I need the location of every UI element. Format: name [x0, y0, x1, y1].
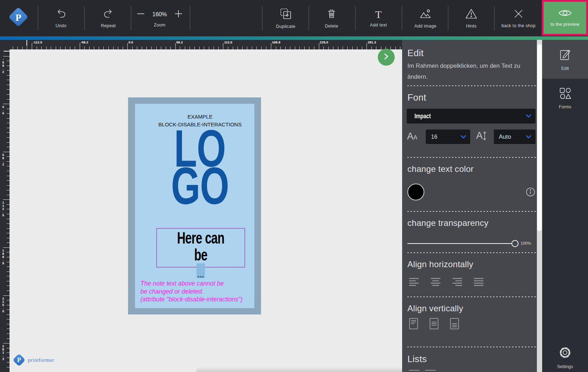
ruler-tick [304, 47, 305, 49]
ruler-tick [314, 47, 314, 49]
ruler-tick [7, 89, 10, 90]
ruler-tick [7, 223, 10, 224]
ruler-tick [390, 47, 391, 49]
undo-button[interactable]: Undo [43, 0, 79, 36]
ruler-tick [7, 257, 10, 257]
zoom-out-button[interactable] [136, 9, 145, 20]
info-icon[interactable] [526, 187, 535, 198]
ruler-tick [123, 47, 123, 49]
poster-page[interactable]: EXAMPLE BLOCK-DISABLE-INTERACTIONS LO GO… [135, 104, 254, 308]
chevron-down-icon [526, 113, 531, 119]
hints-button[interactable]: Hints [454, 0, 489, 36]
ruler-tick [7, 109, 10, 109]
add-image-button[interactable]: Add image [408, 0, 443, 36]
ruler-tick [266, 47, 266, 49]
delete-button[interactable]: Delete [314, 0, 349, 36]
align-vertically-label: Align vertically [407, 304, 463, 313]
ruler-tick [41, 47, 42, 49]
ruler-tick [175, 43, 176, 49]
ruler-tick [3, 56, 10, 56]
align-top-icon[interactable] [409, 318, 418, 331]
trash-icon [326, 8, 337, 21]
ruler-tick [7, 118, 10, 119]
ruler-tick [7, 51, 10, 52]
to-the-preview-button[interactable]: to the preview [542, 0, 588, 36]
duplicate-button[interactable]: Duplicate [268, 0, 303, 36]
font-family-select[interactable]: Impact [407, 109, 535, 124]
ruler-tick [94, 47, 94, 49]
align-horizontal-buttons [409, 277, 484, 288]
align-left-icon[interactable] [409, 277, 419, 288]
ruler-label: 225.0 [320, 40, 328, 44]
ruler-tick [84, 47, 85, 49]
ruler-tick [7, 156, 10, 157]
ruler-tick [7, 362, 10, 362]
ruler-tick [7, 185, 10, 186]
repeat-button[interactable]: Repeat [91, 0, 126, 36]
panel-title: Edit [407, 48, 424, 59]
ruler-tick [199, 47, 200, 49]
edit-panel: Edit Im Rahmen doppelklicken, um den Tex… [402, 40, 537, 372]
add-image-icon [419, 8, 432, 21]
logo-line2: GO [171, 167, 229, 205]
tab-edit[interactable]: Edit [542, 40, 588, 79]
ruler-tick [161, 47, 161, 49]
ruler-tick [366, 43, 367, 49]
ruler-tick [7, 238, 10, 238]
add-text-button[interactable]: T Add text [361, 0, 396, 36]
ruler-tick [7, 99, 10, 100]
align-right-icon[interactable] [452, 277, 462, 288]
ruler-label: -56.2 [81, 40, 89, 44]
transparency-slider[interactable] [407, 240, 515, 247]
scrollbar-thumb[interactable] [537, 44, 542, 231]
text-color-swatch[interactable] [407, 184, 424, 200]
ruler-tick [3, 104, 10, 104]
design-canvas[interactable]: EXAMPLE BLOCK-DISABLE-INTERACTIONS LO GO… [10, 49, 402, 372]
ruler-tick [7, 132, 10, 133]
ruler-tick [13, 47, 13, 49]
ruler-tick [352, 47, 353, 49]
ruler-tick [299, 47, 300, 49]
align-center-icon[interactable] [430, 277, 441, 288]
zoom-value: 160% [152, 11, 167, 18]
ruler-tick [7, 171, 10, 171]
ruler-tick [7, 324, 10, 324]
horizontal-ruler: -112.5-56.20.056.2112.5168.8225.0281.3 [10, 40, 402, 49]
ruler-tick [151, 47, 152, 49]
ruler-tick [338, 47, 338, 49]
panel-description: Im Rahmen doppelklicken, um den Text zu … [407, 60, 537, 82]
next-step-button[interactable] [378, 49, 395, 66]
ruler-tick [75, 47, 75, 49]
ruler-tick [7, 290, 10, 291]
tab-forms[interactable]: Forms [542, 79, 588, 118]
align-middle-icon[interactable] [429, 318, 439, 331]
ruler-tick [319, 43, 319, 49]
align-bottom-icon[interactable] [450, 318, 459, 331]
font-size-select[interactable]: 16 [426, 130, 470, 144]
ruler-tick [7, 147, 10, 147]
note-line3: (attribute "block-disable-interactions") [140, 295, 243, 304]
line-height-select[interactable]: Auto [494, 130, 535, 144]
locked-note-text: The note text above cannot be be changed… [140, 280, 243, 304]
slider-handle[interactable] [511, 240, 519, 247]
poster-logo-text[interactable]: LO GO [146, 130, 254, 205]
editable-text-frame[interactable]: Here can be ... [156, 228, 245, 268]
chevron-down-icon [526, 134, 531, 140]
align-horizontally-label: Align horizontally [407, 259, 473, 269]
toolbar-separator [262, 6, 262, 30]
back-to-shop-button[interactable]: back to the shop [497, 0, 540, 36]
panel-scrollbar[interactable] [537, 40, 542, 372]
ruler-tick [7, 214, 10, 214]
placeholder-cursor-dots: ... [196, 272, 205, 278]
divider [407, 252, 537, 253]
ruler-tick [7, 195, 10, 195]
zoom-in-button[interactable] [174, 9, 183, 20]
ruler-tick [3, 247, 10, 248]
ruler-tick [7, 66, 10, 66]
tab-settings[interactable]: Settings [542, 341, 588, 372]
toolbar-separator [38, 6, 38, 30]
align-justify-icon[interactable] [473, 277, 484, 288]
ruler-tick [7, 252, 10, 252]
ruler-tick [233, 47, 233, 49]
ruler-tick [328, 47, 329, 49]
